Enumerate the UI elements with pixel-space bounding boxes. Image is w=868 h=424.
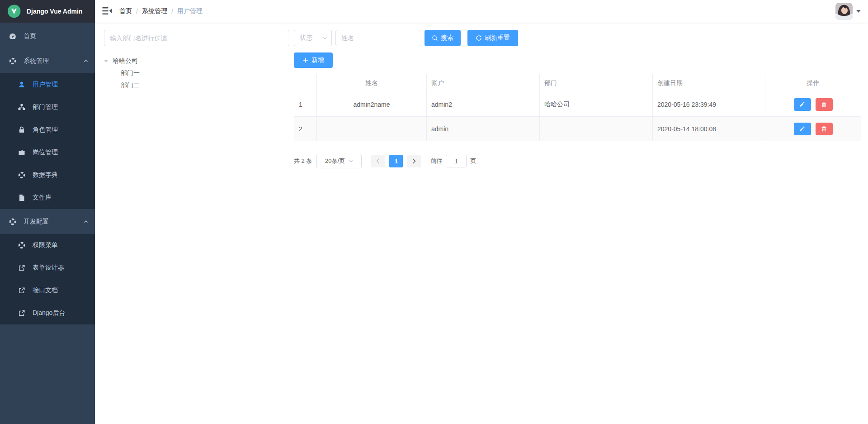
name-filter-input[interactable]: [335, 30, 421, 46]
app-title: Django Vue Admin: [27, 8, 82, 15]
page-content: 哈哈公司 部门一 部门二 状态: [95, 23, 868, 168]
pagination-total: 共 2 条: [294, 157, 312, 165]
dashboard-icon: [9, 33, 16, 40]
cell-index: 1: [294, 92, 317, 117]
app-logo-icon: [7, 4, 21, 19]
tree-node-child[interactable]: 部门一: [104, 67, 289, 79]
department-tree: 哈哈公司 部门一 部门二: [104, 55, 289, 91]
sidebar-item-departments[interactable]: 部门管理: [0, 96, 95, 119]
sidebar-item-permission-menu[interactable]: 权限菜单: [0, 234, 95, 257]
chevron-up-icon: [83, 219, 89, 224]
component-icon: [18, 242, 25, 249]
briefcase-icon: [18, 149, 25, 156]
status-select[interactable]: 状态: [294, 30, 332, 46]
refresh-icon: [476, 35, 482, 41]
user-management-panel: 状态 搜索 刷新重置: [294, 30, 861, 168]
sidebar: Django Vue Admin 首页 系统管理 用户管理: [0, 0, 95, 424]
tree-node-label: 哈哈公司: [113, 57, 138, 65]
submenu-devconfig: 权限菜单 表单设计器 接口文档 Django后台: [0, 234, 95, 324]
sidebar-item-dictionary[interactable]: 数据字典: [0, 164, 95, 186]
tree-node-child[interactable]: 部门二: [104, 79, 289, 91]
component-icon: [9, 57, 16, 65]
sidebar-menu: 首页 系统管理 用户管理 部门管理: [0, 23, 95, 324]
submenu-system: 用户管理 部门管理 角色管理 岗位管理: [0, 73, 95, 209]
cell-created: 2020-05-16 23:39:49: [653, 92, 765, 117]
plus-icon: [302, 57, 309, 63]
breadcrumb-separator: /: [171, 8, 173, 15]
tree-node-root[interactable]: 哈哈公司: [104, 55, 289, 67]
sidebar-group-label: 开发配置: [24, 218, 49, 226]
table-header-row: 姓名 账户 部门 创建日期 操作: [294, 74, 861, 92]
pagination: 共 2 条 20条/页 1: [294, 154, 861, 168]
caret-down-icon: [104, 60, 109, 62]
status-select-placeholder: 状态: [300, 34, 312, 42]
sidebar-group-devconfig[interactable]: 开发配置: [0, 209, 95, 234]
sidebar-item-label: 首页: [24, 32, 36, 40]
sidebar-item-form-designer[interactable]: 表单设计器: [0, 257, 95, 279]
trash-icon: [821, 101, 827, 107]
chevron-down-icon: [349, 160, 354, 163]
col-header-account: 账户: [427, 74, 540, 92]
tree-node-label: 部门二: [121, 81, 140, 90]
lock-icon: [18, 126, 25, 133]
search-button[interactable]: 搜索: [425, 30, 461, 46]
delete-button[interactable]: [816, 123, 833, 135]
org-tree-icon: [18, 104, 25, 111]
edit-button[interactable]: [794, 98, 811, 111]
cell-name: admin2name: [317, 92, 427, 117]
sidebar-item-files[interactable]: 文件库: [0, 186, 95, 209]
table-actions-row: 新增: [294, 52, 861, 68]
external-link-icon: [18, 310, 25, 317]
breadcrumb-item-home[interactable]: 首页: [119, 7, 132, 15]
sidebar-item-label: Django后台: [33, 309, 65, 317]
sidebar-item-posts[interactable]: 岗位管理: [0, 141, 95, 164]
sidebar-item-django-admin[interactable]: Django后台: [0, 302, 95, 324]
next-page-button[interactable]: [407, 155, 421, 167]
department-filter-input[interactable]: [104, 30, 289, 46]
filter-toolbar: 状态 搜索 刷新重置: [294, 30, 861, 46]
sidebar-item-home[interactable]: 首页: [0, 24, 95, 48]
external-link-icon: [18, 264, 25, 272]
col-header-name: 姓名: [317, 74, 427, 92]
pagination-goto: 前往 页: [430, 155, 476, 167]
sidebar-item-label: 文件库: [33, 194, 52, 202]
pencil-icon: [799, 126, 805, 132]
sidebar-item-label: 角色管理: [33, 126, 58, 134]
user-menu[interactable]: [835, 3, 861, 20]
department-panel: 哈哈公司 部门一 部门二: [104, 30, 289, 91]
add-button[interactable]: 新增: [294, 52, 333, 68]
add-button-label: 新增: [311, 56, 324, 64]
users-table: 姓名 账户 部门 创建日期 操作 1 admin2name admin2 哈哈公: [294, 74, 861, 141]
search-button-label: 搜索: [441, 34, 453, 42]
page-number-button[interactable]: 1: [389, 155, 403, 167]
sidebar-item-label: 权限菜单: [33, 241, 58, 249]
navbar: 首页 / 系统管理 / 用户管理: [95, 0, 868, 23]
chevron-up-icon: [83, 58, 89, 64]
sidebar-item-label: 数据字典: [33, 171, 58, 179]
col-header-department: 部门: [540, 74, 653, 92]
goto-page-input[interactable]: [446, 155, 467, 167]
edit-button[interactable]: [794, 123, 811, 135]
sidebar-item-roles[interactable]: 角色管理: [0, 119, 95, 141]
trash-icon: [821, 126, 827, 132]
sidebar-item-label: 用户管理: [33, 81, 58, 89]
sidebar-item-users[interactable]: 用户管理: [0, 73, 95, 96]
page-size-select[interactable]: 20条/页: [316, 154, 362, 168]
sidebar-collapse-icon[interactable]: [102, 7, 112, 16]
cell-index: 2: [294, 117, 317, 141]
goto-label: 前往: [430, 157, 442, 165]
breadcrumb-separator: /: [136, 8, 138, 15]
component-icon: [9, 218, 16, 225]
prev-page-button[interactable]: [371, 155, 385, 167]
sidebar-item-api-docs[interactable]: 接口文档: [0, 279, 95, 302]
delete-button[interactable]: [816, 98, 833, 111]
sidebar-group-system[interactable]: 系统管理: [0, 48, 95, 73]
component-icon: [18, 172, 25, 179]
breadcrumb-item-system[interactable]: 系统管理: [142, 7, 167, 15]
search-icon: [432, 35, 438, 41]
refresh-reset-button[interactable]: 刷新重置: [467, 30, 518, 46]
breadcrumb: 首页 / 系统管理 / 用户管理: [119, 7, 203, 15]
cell-actions: [765, 117, 861, 141]
sidebar-item-label: 表单设计器: [33, 264, 64, 272]
app-logo[interactable]: Django Vue Admin: [0, 0, 95, 23]
